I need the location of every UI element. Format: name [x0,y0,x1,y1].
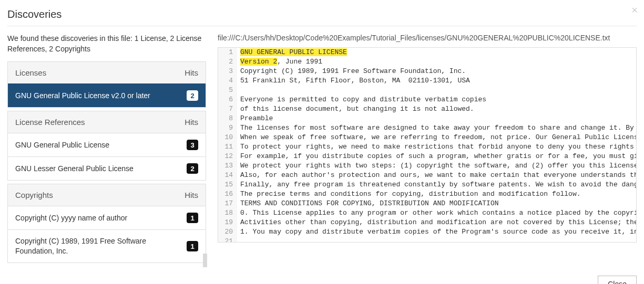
code-line: 15Finally, any free program is threatene… [218,180,637,190]
file-path: file:///C:/Users/hh/Desktop/Code%20Examp… [218,34,637,42]
hits-label: Hits [185,191,198,199]
code-line: 6Everyone is permitted to copy and distr… [218,95,637,104]
code-line: 19Activities other than copying, distrib… [218,218,637,227]
code-line: 17TERMS AND CONDITIONS FOR COPYING, DIST… [218,199,637,208]
line-number: 18 [218,208,237,218]
scrollbar[interactable] [203,254,207,267]
code-line: 5 [218,86,637,95]
close-icon[interactable]: × [631,4,638,16]
line-number: 13 [218,161,237,171]
list-item-label: GNU General Public License v2.0 or later [15,91,187,101]
code-text: 51 Franklin St, Fifth Floor, Boston, MA … [237,76,637,86]
license-refs-header[interactable]: License References Hits [8,111,206,133]
modal-body: We found these discoveries in this file:… [7,34,637,266]
copyrights-header[interactable]: Copyrights Hits [8,184,206,206]
line-number: 10 [218,133,237,142]
hits-badge: 1 [187,241,198,251]
line-number: 1 [218,48,237,57]
code-text: 0. This License applies to any program o… [237,208,637,218]
copyrights-panel: Copyrights Hits Copyright (C) yyyy name … [7,184,206,263]
highlight: GNU GENERAL PUBLIC LICENSE [240,48,347,56]
list-item[interactable]: GNU Lesser General Public License2 [8,156,206,180]
line-number: 8 [218,114,237,123]
hits-badge: 2 [187,90,198,101]
list-item[interactable]: GNU General Public License v2.0 or later… [8,83,206,107]
line-number: 7 [218,104,237,114]
code-text: GNU GENERAL PUBLIC LICENSE [237,48,637,57]
line-number: 19 [218,218,237,227]
line-number: 2 [218,57,237,67]
line-number: 20 [218,227,237,237]
list-item-label: GNU Lesser General Public License [15,164,187,174]
code-text [237,237,637,243]
code-text: of this license document, but changing i… [237,104,637,114]
line-number: 9 [218,123,237,133]
discoveries-modal: × Discoveries We found these discoveries… [0,0,644,284]
hits-badge: 1 [187,213,198,223]
code-line: 3Copyright (C) 1989, 1991 Free Software … [218,67,637,76]
list-item-label: Copyright (C) 1989, 1991 Free Software F… [15,236,187,256]
list-item-label: GNU General Public License [15,140,187,150]
code-text: We protect your rights with two steps: (… [237,161,637,171]
close-button[interactable]: Close [598,276,637,284]
code-text: Copyright (C) 1989, 1991 Free Software F… [237,67,637,76]
code-line: 11To protect your rights, we need to mak… [218,142,637,152]
license-refs-panel: License References Hits GNU General Publ… [7,111,206,181]
summary-text: We found these discoveries in this file:… [7,34,206,54]
code-line: 14Also, for each author's protection and… [218,171,637,180]
list-item[interactable]: Copyright (C) yyyy name of author1 [8,206,206,229]
section-title: Copyrights [15,191,53,199]
list-item-label: Copyright (C) yyyy name of author [15,213,187,223]
code-line: 16The precise terms and conditions for c… [218,190,637,199]
line-number: 4 [218,76,237,86]
list-item[interactable]: Copyright (C) 1989, 1991 Free Software F… [8,229,206,262]
code-text: Version 2, June 1991 [237,57,637,67]
code-line: 2Version 2, June 1991 [218,57,637,67]
hits-label: Hits [185,118,198,127]
line-number: 3 [218,67,237,76]
code-line: 9The licenses for most software are desi… [218,123,637,133]
code-line: 13We protect your rights with two steps:… [218,161,637,171]
line-number: 16 [218,190,237,199]
line-number: 15 [218,180,237,190]
file-preview: file:///C:/Users/hh/Desktop/Code%20Examp… [218,34,637,266]
code-line: 1GNU GENERAL PUBLIC LICENSE [218,48,637,57]
divider [7,26,637,26]
code-text: Preamble [237,114,637,123]
code-line: 201. You may copy and distribute verbati… [218,227,637,237]
line-number: 11 [218,142,237,152]
modal-title: Discoveries [7,8,637,20]
code-line: 21 [218,237,637,243]
highlight: Version 2 [240,58,277,66]
list-item[interactable]: GNU General Public License3 [8,133,206,156]
line-number: 5 [218,86,237,95]
code-text: The licenses for most software are desig… [237,123,637,133]
section-title: Licenses [15,68,46,77]
code-text: Activities other than copying, distribut… [237,218,637,227]
line-number: 17 [218,199,237,208]
hits-badge: 2 [187,163,198,174]
hits-label: Hits [185,68,198,77]
code-text: TERMS AND CONDITIONS FOR COPYING, DISTRI… [237,199,637,208]
code-line: 180. This License applies to any program… [218,208,637,218]
code-text: Finally, any free program is threatened … [237,180,637,190]
code-line: 451 Franklin St, Fifth Floor, Boston, MA… [218,76,637,86]
licenses-header[interactable]: Licenses Hits [8,62,206,83]
discoveries-sidebar: We found these discoveries in this file:… [7,34,206,266]
line-number: 21 [218,237,237,243]
code-text: The precise terms and conditions for cop… [237,190,637,199]
code-text: 1. You may copy and distribute verbatim … [237,227,637,237]
line-number: 14 [218,171,237,180]
line-number: 12 [218,152,237,161]
code-line: 10When we speak of free software, we are… [218,133,637,142]
code-line: 8Preamble [218,114,637,123]
line-number: 6 [218,95,237,104]
code-text [237,86,637,95]
code-text: Also, for each author's protection and o… [237,171,637,180]
code-text: For example, if you distribute copies of… [237,152,637,161]
hits-badge: 3 [187,140,198,150]
code-text: To protect your rights, we need to make … [237,142,637,152]
licenses-panel: Licenses Hits GNU General Public License… [7,61,206,108]
code-viewer[interactable]: 1GNU GENERAL PUBLIC LICENSE2Version 2, J… [218,47,637,243]
code-text: Everyone is permitted to copy and distri… [237,95,637,104]
